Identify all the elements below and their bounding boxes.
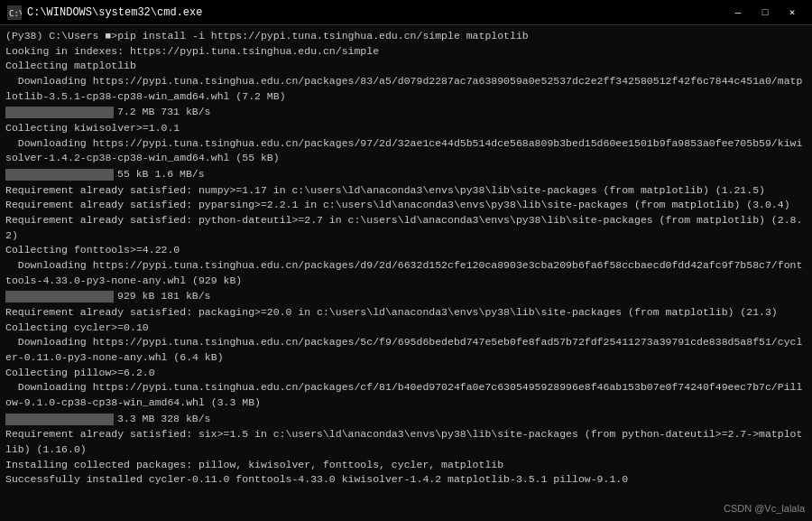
terminal-line: Collecting matplotlib xyxy=(5,59,807,74)
progress-line: 929 kB 181 kB/s xyxy=(5,289,807,304)
progress-line: 55 kB 1.6 MB/s xyxy=(5,167,807,182)
terminal-line: Looking in indexes: https://pypi.tuna.ts… xyxy=(5,44,807,60)
terminal-line: Downloading https://pypi.tuna.tsinghua.e… xyxy=(5,74,807,104)
terminal-line: Requirement already satisfied: packaging… xyxy=(5,305,807,321)
minimize-button[interactable]: — xyxy=(725,3,751,23)
progress-text: 929 kB 181 kB/s xyxy=(117,289,211,304)
terminal-line: Requirement already satisfied: pyparsing… xyxy=(5,198,807,213)
cmd-icon: C:\ xyxy=(7,5,22,20)
progress-bar xyxy=(5,291,114,302)
progress-line: 3.3 MB 328 kB/s xyxy=(5,412,807,427)
terminal-line: Requirement already satisfied: six>=1.5 … xyxy=(5,427,807,457)
terminal-line: Downloading https://pypi.tuna.tsinghua.e… xyxy=(5,258,807,288)
window-title: C:\WINDOWS\system32\cmd.exe xyxy=(27,6,202,19)
progress-line: 7.2 MB 731 kB/s xyxy=(5,105,807,120)
progress-bar xyxy=(5,107,114,118)
progress-bar xyxy=(5,414,114,425)
terminal-line: Downloading https://pypi.tuna.tsinghua.e… xyxy=(5,380,807,410)
progress-text: 3.3 MB 328 kB/s xyxy=(117,412,211,427)
terminal-line: Collecting cycler>=0.10 xyxy=(5,321,807,336)
terminal-line: Downloading https://pypi.tuna.tsinghua.e… xyxy=(5,335,807,365)
window-controls: — □ ✕ xyxy=(725,3,805,23)
terminal-line: Collecting kiwisolver>=1.0.1 xyxy=(5,121,807,136)
progress-text: 55 kB 1.6 MB/s xyxy=(117,167,205,182)
progress-text: 7.2 MB 731 kB/s xyxy=(117,105,211,120)
terminal-line: Downloading https://pypi.tuna.tsinghua.e… xyxy=(5,136,807,166)
terminal-line: Requirement already satisfied: numpy>=1.… xyxy=(5,183,807,199)
terminal-line: Successfully installed cycler-0.11.0 fon… xyxy=(5,472,807,488)
maximize-button[interactable]: □ xyxy=(752,3,778,23)
terminal-line: (Py38) C:\Users ■>pip install -i https:/… xyxy=(5,29,807,44)
title-bar-left: C:\ C:\WINDOWS\system32\cmd.exe xyxy=(7,5,202,20)
watermark: CSDN @Vc_lalala xyxy=(724,503,805,514)
terminal-line: Collecting fonttools>=4.22.0 xyxy=(5,243,807,258)
progress-bar xyxy=(5,169,114,181)
terminal-line: Collecting pillow>=6.2.0 xyxy=(5,366,807,381)
close-button[interactable]: ✕ xyxy=(780,3,805,23)
svg-text:C:\: C:\ xyxy=(9,9,22,18)
terminal-output: (Py38) C:\Users ■>pip install -i https:/… xyxy=(0,25,812,521)
terminal-line: Installing collected packages: pillow, k… xyxy=(5,458,807,473)
terminal-line: Requirement already satisfied: python-da… xyxy=(5,213,807,243)
title-bar: C:\ C:\WINDOWS\system32\cmd.exe — □ ✕ xyxy=(0,0,812,25)
